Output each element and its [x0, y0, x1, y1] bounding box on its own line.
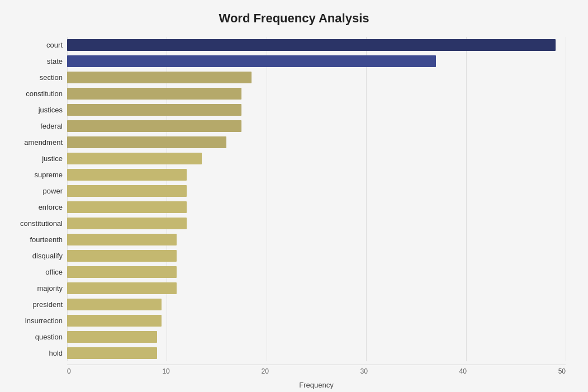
bar-bg — [67, 118, 566, 134]
bar — [67, 347, 157, 359]
bar-row: enforce — [67, 199, 566, 215]
bar-bg — [67, 53, 566, 69]
bars-wrapper: courtstatesectionconstitutionjusticesfed… — [67, 37, 566, 361]
chart-title: Word Frequency Analysis — [22, 11, 566, 26]
bar-label: insurrection — [6, 317, 67, 325]
x-axis: 01020304050 Frequency — [67, 365, 566, 389]
bar-row: majority — [67, 280, 566, 296]
bar-label: constitutional — [6, 219, 67, 228]
bar-bg — [67, 345, 566, 361]
bar-label: fourteenth — [6, 235, 67, 244]
bar-row: section — [67, 69, 566, 86]
bar-row: constitution — [67, 86, 566, 102]
bar-label: justices — [6, 106, 67, 114]
x-tick: 40 — [459, 367, 467, 375]
bar-label: majority — [6, 284, 67, 292]
bar — [67, 331, 157, 343]
bar-bg — [67, 215, 566, 232]
bar — [67, 299, 162, 310]
bar — [67, 153, 202, 164]
bar-row: federal — [67, 118, 566, 134]
bar — [67, 136, 226, 148]
x-tick: 30 — [361, 367, 368, 375]
bar-label: question — [6, 333, 67, 341]
bar-row: justices — [67, 102, 566, 118]
bar-row: court — [67, 37, 566, 53]
bar — [67, 315, 162, 327]
x-ticks: 01020304050 — [67, 367, 566, 375]
bar — [67, 120, 241, 132]
bar — [67, 218, 187, 229]
bar-bg — [67, 134, 566, 150]
bar-row: hold — [67, 345, 566, 361]
bar-row: fourteenth — [67, 232, 566, 248]
bar-bg — [67, 199, 566, 215]
chart-area: courtstatesectionconstitutionjusticesfed… — [67, 37, 566, 361]
bar — [67, 201, 187, 213]
bar-bg — [67, 296, 566, 313]
bar — [67, 266, 177, 278]
bar — [67, 185, 187, 197]
x-axis-line — [67, 365, 566, 365]
bar-bg — [67, 280, 566, 296]
bar-bg — [67, 102, 566, 118]
bar — [67, 88, 241, 100]
x-tick: 20 — [261, 367, 268, 375]
bar-bg — [67, 329, 566, 345]
bar-label: constitution — [6, 89, 67, 98]
bar — [67, 250, 177, 262]
grid-line — [566, 37, 566, 361]
bar-label: hold — [6, 349, 67, 357]
bar-label: state — [6, 57, 67, 65]
bar-row: question — [67, 329, 566, 345]
bar — [67, 55, 436, 67]
bar-bg — [67, 69, 566, 86]
bar-row: amendment — [67, 134, 566, 150]
bar-row: supreme — [67, 167, 566, 183]
bar-bg — [67, 167, 566, 183]
bar-label: section — [6, 73, 67, 82]
bar — [67, 104, 241, 116]
bar — [67, 72, 252, 83]
x-tick: 10 — [162, 367, 169, 375]
bar — [67, 39, 556, 51]
bar — [67, 169, 187, 181]
bar-label: enforce — [6, 203, 67, 211]
bar-label: supreme — [6, 171, 67, 179]
bar-label: amendment — [6, 138, 67, 147]
chart-container: Word Frequency Analysis courtstatesectio… — [0, 0, 588, 392]
bar-row: disqualify — [67, 248, 566, 264]
bar-bg — [67, 248, 566, 264]
bar-row: constitutional — [67, 215, 566, 232]
bar-row: president — [67, 296, 566, 313]
bar-label: disqualify — [6, 252, 67, 260]
bar-row: state — [67, 53, 566, 69]
bar-bg — [67, 313, 566, 329]
bar-row: justice — [67, 150, 566, 167]
bar-label: president — [6, 300, 67, 309]
bar-bg — [67, 264, 566, 280]
bar-bg — [67, 86, 566, 102]
x-tick: 50 — [558, 367, 566, 375]
bar-row: insurrection — [67, 313, 566, 329]
x-tick: 0 — [67, 367, 71, 375]
bar-bg — [67, 232, 566, 248]
bar-bg — [67, 37, 566, 53]
bar-bg — [67, 183, 566, 199]
bar-label: power — [6, 187, 67, 195]
bar — [67, 282, 177, 294]
bar — [67, 234, 177, 245]
bar-label: justice — [6, 154, 67, 163]
bar-label: court — [6, 41, 67, 49]
bar-row: power — [67, 183, 566, 199]
bar-label: office — [6, 268, 67, 276]
bar-label: federal — [6, 122, 67, 130]
bar-row: office — [67, 264, 566, 280]
bar-bg — [67, 150, 566, 167]
x-axis-label: Frequency — [299, 381, 333, 389]
